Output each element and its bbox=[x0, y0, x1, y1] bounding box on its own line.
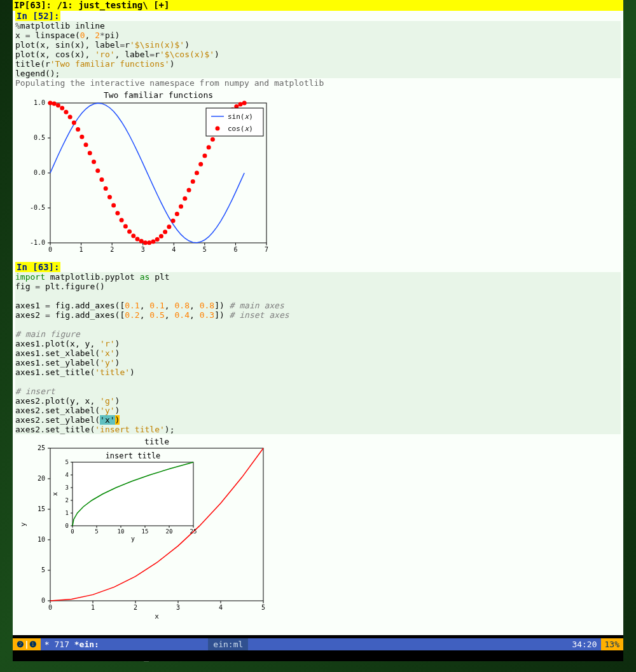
svg-text:1: 1 bbox=[91, 604, 95, 611]
svg-text:x: x bbox=[52, 492, 59, 496]
title-bar: IP[63]: /1: just_testing\ [+] bbox=[13, 0, 623, 11]
svg-point-68 bbox=[207, 145, 211, 149]
svg-point-32 bbox=[64, 110, 68, 114]
status-left: ❷|❶ bbox=[13, 638, 41, 650]
svg-text:5: 5 bbox=[203, 246, 207, 253]
svg-text:4: 4 bbox=[172, 246, 176, 253]
svg-text:0: 0 bbox=[48, 604, 52, 611]
svg-text:insert title: insert title bbox=[106, 451, 161, 460]
svg-point-60 bbox=[175, 212, 179, 216]
svg-text:0.0: 0.0 bbox=[34, 169, 45, 176]
svg-point-54 bbox=[151, 240, 155, 244]
svg-point-51 bbox=[139, 239, 144, 243]
svg-point-58 bbox=[167, 224, 171, 229]
minibuffer[interactable] bbox=[13, 650, 623, 661]
svg-point-37 bbox=[84, 142, 88, 147]
svg-text:2: 2 bbox=[134, 604, 137, 611]
status-bar: ❷|❶ * 717 *ein: 8888/test.ipynb/just_tes… bbox=[13, 638, 623, 650]
svg-point-39 bbox=[92, 160, 96, 164]
svg-point-36 bbox=[80, 135, 84, 139]
svg-text:2: 2 bbox=[110, 246, 114, 253]
svg-point-63 bbox=[187, 188, 191, 193]
svg-point-38 bbox=[88, 151, 92, 155]
status-main: * 717 *ein: 8888/test.ipynb/just_testing… bbox=[41, 638, 209, 650]
svg-point-45 bbox=[115, 211, 120, 216]
chart-1: Two familiar functions01234567-1.0-0.50.… bbox=[15, 90, 621, 256]
svg-text:1: 1 bbox=[66, 510, 69, 516]
svg-text:10: 10 bbox=[118, 528, 125, 535]
title-text: IP[63]: /1: just_testing\ [+] bbox=[14, 0, 169, 10]
svg-text:x: x bbox=[155, 612, 159, 621]
svg-text:-1.0: -1.0 bbox=[30, 239, 45, 246]
code-cell-52[interactable]: %matplotlib inline x = linspace(0, 2*pi)… bbox=[15, 21, 621, 78]
svg-text:sin(x): sin(x) bbox=[228, 113, 253, 121]
status-mode: ein:ml bbox=[208, 638, 248, 650]
svg-text:6: 6 bbox=[233, 246, 237, 253]
svg-text:4: 4 bbox=[219, 604, 223, 611]
status-pct: 13% bbox=[601, 638, 623, 650]
svg-text:15: 15 bbox=[38, 505, 45, 512]
svg-point-53 bbox=[147, 240, 151, 245]
svg-text:5: 5 bbox=[41, 566, 45, 573]
svg-text:15: 15 bbox=[142, 528, 149, 535]
svg-text:0.5: 0.5 bbox=[34, 134, 45, 141]
svg-rect-111 bbox=[73, 462, 193, 526]
svg-text:0: 0 bbox=[41, 597, 45, 604]
svg-point-41 bbox=[99, 177, 104, 182]
svg-text:3: 3 bbox=[176, 604, 180, 611]
status-pos: 34:20 bbox=[568, 638, 600, 650]
svg-text:title: title bbox=[144, 437, 169, 446]
svg-point-77 bbox=[242, 101, 247, 106]
svg-text:0: 0 bbox=[66, 523, 69, 529]
svg-text:10: 10 bbox=[38, 536, 45, 543]
svg-text:Two familiar functions: Two familiar functions bbox=[104, 90, 213, 100]
svg-text:3: 3 bbox=[141, 246, 145, 253]
cell-prompt-63[interactable]: In [63]: bbox=[15, 262, 60, 272]
svg-point-62 bbox=[183, 196, 187, 201]
svg-text:25: 25 bbox=[38, 444, 45, 451]
svg-point-52 bbox=[143, 240, 148, 245]
notebook-area[interactable]: In [52]: %matplotlib inline x = linspace… bbox=[13, 11, 623, 635]
svg-point-30 bbox=[56, 103, 60, 107]
cell-prompt-52[interactable]: In [52]: bbox=[15, 11, 60, 21]
svg-text:20: 20 bbox=[166, 528, 173, 535]
svg-point-76 bbox=[238, 102, 243, 106]
svg-point-61 bbox=[179, 204, 183, 209]
svg-point-59 bbox=[171, 219, 176, 223]
svg-point-44 bbox=[111, 203, 116, 208]
svg-point-47 bbox=[123, 224, 128, 229]
svg-text:20: 20 bbox=[38, 475, 45, 482]
svg-text:y: y bbox=[131, 535, 135, 542]
svg-point-69 bbox=[211, 137, 215, 142]
svg-point-31 bbox=[60, 106, 64, 111]
svg-text:2: 2 bbox=[66, 497, 69, 504]
svg-point-28 bbox=[48, 101, 53, 106]
svg-point-65 bbox=[195, 170, 199, 175]
svg-text:1: 1 bbox=[80, 246, 83, 253]
svg-point-64 bbox=[191, 179, 195, 184]
svg-point-33 bbox=[68, 114, 73, 119]
svg-text:5: 5 bbox=[66, 459, 69, 465]
svg-point-40 bbox=[95, 168, 100, 173]
svg-text:1.0: 1.0 bbox=[34, 99, 45, 106]
svg-point-43 bbox=[107, 195, 112, 200]
svg-point-67 bbox=[202, 153, 207, 158]
svg-text:5: 5 bbox=[261, 604, 265, 611]
svg-point-35 bbox=[76, 127, 80, 132]
svg-point-50 bbox=[135, 237, 140, 241]
svg-point-29 bbox=[52, 101, 57, 106]
svg-point-66 bbox=[198, 162, 203, 167]
svg-point-46 bbox=[120, 218, 124, 223]
chart-2: titlexy0123450510152025insert titleyx051… bbox=[15, 437, 621, 621]
svg-text:4: 4 bbox=[66, 472, 69, 478]
svg-text:0: 0 bbox=[48, 246, 52, 253]
svg-point-57 bbox=[163, 230, 167, 234]
cell-52-stdout: Populating the interactive namespace fro… bbox=[15, 78, 621, 88]
svg-point-42 bbox=[104, 186, 108, 191]
code-cell-63[interactable]: import matplotlib.pyplot as plt fig = pl… bbox=[15, 272, 621, 434]
svg-text:0: 0 bbox=[71, 528, 74, 535]
svg-text:3: 3 bbox=[66, 484, 69, 491]
svg-text:7: 7 bbox=[265, 246, 268, 253]
svg-text:5: 5 bbox=[95, 528, 98, 535]
svg-point-34 bbox=[72, 121, 76, 125]
